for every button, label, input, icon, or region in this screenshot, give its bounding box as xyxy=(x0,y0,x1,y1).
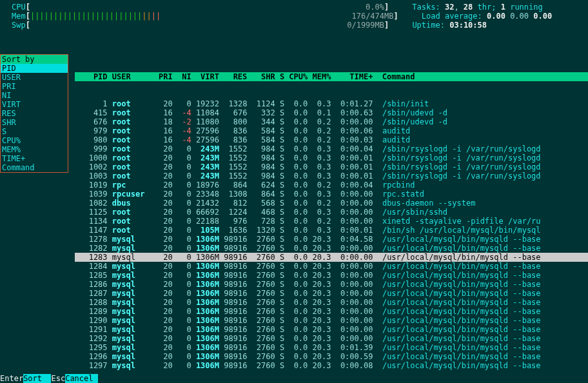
table-row[interactable]: 1282 mysql 20 0 1306M 98916 2760 S 0.0 2… xyxy=(75,244,588,253)
table-row[interactable]: 1285 mysql 20 0 1306M 98916 2760 S 0.0 2… xyxy=(75,271,588,280)
table-row[interactable]: 979 root 16 -4 27596 836 584 S 0.0 0.2 0… xyxy=(75,126,588,135)
sort-item-res[interactable]: RES xyxy=(1,109,68,118)
sort-by-panel[interactable]: Sort by PID USERPRINIVIRTRESSHRSCPU%MEM%… xyxy=(0,54,68,173)
table-row[interactable]: 1082 dbus 20 0 21432 812 568 S 0.0 0.2 0… xyxy=(75,199,588,208)
sort-item-shr[interactable]: SHR xyxy=(1,118,68,127)
table-row[interactable]: 1002 root 20 0 243M 1552 984 S 0.0 0.3 0… xyxy=(75,162,588,172)
uptime-label: Uptime: xyxy=(412,21,445,30)
table-row[interactable]: 1295 mysql 20 0 1306M 98916 2760 S 0.0 2… xyxy=(75,343,588,352)
swp-label: Swp xyxy=(12,21,26,30)
table-row[interactable]: 1297 mysql 20 0 1306M 98916 2760 S 0.0 2… xyxy=(75,361,588,370)
uptime-value: 03:10:58 xyxy=(449,21,487,30)
swp-used: 0 xyxy=(347,21,351,30)
table-row[interactable]: 1000 root 20 0 243M 1552 984 S 0.0 0.3 0… xyxy=(75,153,588,162)
mem-label: Mem xyxy=(12,12,26,21)
table-row[interactable]: 1287 mysql 20 0 1306M 98916 2760 S 0.0 2… xyxy=(75,289,588,298)
table-row[interactable]: 1147 root 20 0 105M 1636 1320 S 0.0 0.3 … xyxy=(75,226,588,235)
table-row[interactable]: 980 root 16 -4 27596 836 584 S 0.0 0.2 0… xyxy=(75,135,588,144)
process-table[interactable]: PID USER PRI NI VIRT RES SHR S CPU% MEM%… xyxy=(75,54,588,379)
sort-item-user[interactable]: USER xyxy=(1,73,68,82)
table-row[interactable]: 1125 root 20 0 66692 1224 468 S 0.0 0.3 … xyxy=(75,208,588,217)
sort-by-selected[interactable]: PID xyxy=(1,64,68,73)
swp-total: 1999MB xyxy=(357,21,384,30)
table-row[interactable]: 1284 mysql 20 0 1306M 98916 2760 S 0.0 2… xyxy=(75,262,588,271)
table-row[interactable]: 1003 root 20 0 243M 1552 984 S 0.0 0.3 0… xyxy=(75,172,588,181)
table-row[interactable]: 1289 mysql 20 0 1306M 98916 2760 S 0.0 2… xyxy=(75,307,588,316)
cpu-pct: 0.0% xyxy=(366,3,384,12)
sort-item-s[interactable]: S xyxy=(1,127,68,136)
sort-item-mem%[interactable]: MEM% xyxy=(1,145,68,154)
mem-total: 474MB xyxy=(370,12,393,21)
sort-item-ni[interactable]: NI xyxy=(1,91,68,100)
table-row[interactable]: 1296 mysql 20 0 1306M 98916 2760 S 0.0 2… xyxy=(75,352,588,361)
sort-item-pri[interactable]: PRI xyxy=(1,82,68,91)
footer-bar: EnterSort EscCancel xyxy=(0,374,588,383)
table-row[interactable]: 1134 root 20 0 22188 976 728 S 0.0 0.2 0… xyxy=(75,217,588,226)
footer-label-cancel: Cancel xyxy=(65,374,98,383)
sort-item-command[interactable]: Command xyxy=(1,163,68,172)
table-row[interactable]: 676 root 18 -2 11080 800 344 S 0.0 0.2 0… xyxy=(75,117,588,126)
sort-item-cpu%[interactable]: CPU% xyxy=(1,136,68,145)
footer-key-esc[interactable]: Esc xyxy=(51,374,65,383)
sort-item-virt[interactable]: VIRT xyxy=(1,100,68,109)
header-meters: CPU[ 0.0%] Tasks: 32, 28 thr; 1 running … xyxy=(0,0,588,30)
sort-by-title: Sort by xyxy=(1,55,68,64)
table-row[interactable]: 1288 mysql 20 0 1306M 98916 2760 S 0.0 2… xyxy=(75,298,588,307)
table-row[interactable]: 1 root 20 0 19232 1328 1124 S 0.0 0.3 0:… xyxy=(75,99,588,108)
cpu-label: CPU xyxy=(12,3,26,12)
table-row[interactable]: 1291 mysql 20 0 1306M 98916 2760 S 0.0 2… xyxy=(75,325,588,334)
running-count: 1 xyxy=(501,3,505,12)
table-row[interactable]: 1039 rpcuser 20 0 23348 1308 864 S 0.0 0… xyxy=(75,190,588,199)
tasks-label: Tasks: xyxy=(412,3,440,12)
table-row[interactable]: 1292 mysql 20 0 1306M 98916 2760 S 0.0 2… xyxy=(75,334,588,343)
table-header[interactable]: PID USER PRI NI VIRT RES SHR S CPU% MEM%… xyxy=(75,72,588,81)
footer-key-enter[interactable]: Enter xyxy=(0,374,23,383)
table-row[interactable]: 415 root 16 -4 11084 676 332 S 0.0 0.1 0… xyxy=(75,108,588,117)
tasks-count: 32 xyxy=(445,3,454,12)
table-row[interactable]: 1278 mysql 20 0 1306M 98916 2760 S 0.0 2… xyxy=(75,235,588,244)
mem-used: 176 xyxy=(351,12,366,21)
table-row[interactable]: 1290 mysql 20 0 1306M 98916 2760 S 0.0 2… xyxy=(75,316,588,325)
table-row[interactable]: 1286 mysql 20 0 1306M 98916 2760 S 0.0 2… xyxy=(75,280,588,289)
la-label: Load average: xyxy=(422,12,482,21)
table-row[interactable]: 999 root 20 0 243M 1552 984 S 0.0 0.3 0:… xyxy=(75,144,588,153)
table-row[interactable]: 1019 rpc 20 0 18976 864 624 S 0.0 0.2 0:… xyxy=(75,181,588,190)
footer-label-sort: Sort xyxy=(23,374,51,383)
table-row[interactable]: 1283 mysql 20 0 1306M 98916 2760 S 0.0 2… xyxy=(75,253,588,262)
sort-item-time+[interactable]: TIME+ xyxy=(1,154,68,163)
thr-count: 28 xyxy=(464,3,473,12)
